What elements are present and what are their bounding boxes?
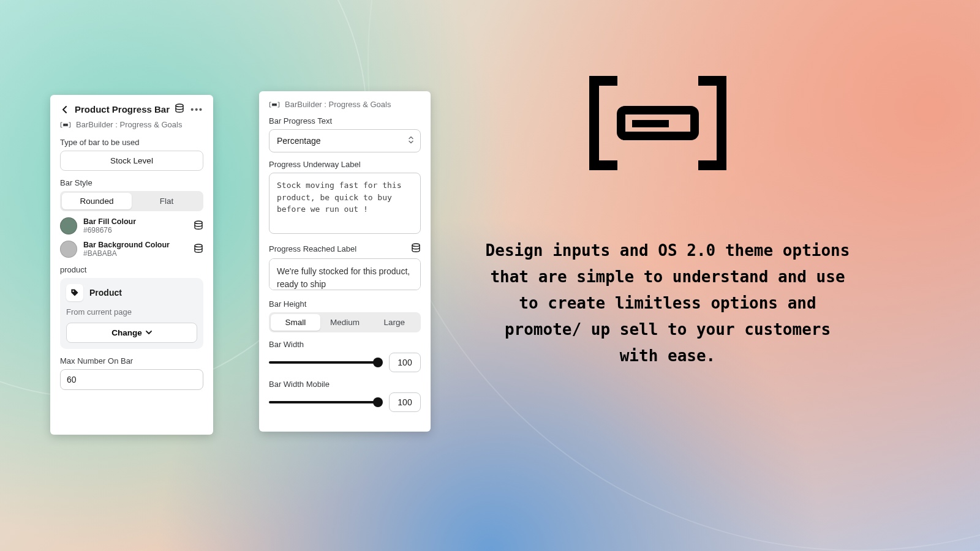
app-breadcrumb: BarBuilder : Progress & Goals — [60, 120, 203, 129]
svg-rect-2 — [64, 124, 67, 125]
panel-progress-goals: BarBuilder : Progress & Goals Bar Progre… — [259, 91, 431, 432]
bar-height-small[interactable]: Small — [271, 314, 320, 331]
bg-color-name: Bar Background Colour — [83, 241, 187, 249]
bar-width-mobile-value[interactable]: 100 — [389, 392, 421, 412]
app-breadcrumb: BarBuilder : Progress & Goals — [269, 100, 421, 109]
svg-point-5 — [72, 290, 74, 291]
style-label: Bar Style — [60, 178, 203, 187]
database-icon[interactable] — [194, 220, 203, 232]
back-icon[interactable] — [60, 105, 70, 114]
bar-progress-text-select[interactable]: Percentage — [269, 129, 421, 152]
ptext-label: Bar Progress Text — [269, 116, 421, 126]
bar-type-selector[interactable]: Stock Level — [60, 151, 203, 171]
max-label: Max Number On Bar — [60, 356, 203, 365]
svg-point-4 — [195, 244, 202, 247]
svg-point-8 — [412, 244, 420, 246]
bar-width-value[interactable]: 100 — [389, 353, 421, 372]
app-breadcrumb-text: BarBuilder : Progress & Goals — [76, 120, 182, 129]
svg-rect-7 — [273, 104, 276, 105]
svg-rect-10 — [632, 120, 669, 127]
product-label: product — [60, 265, 203, 274]
change-label: Change — [111, 328, 142, 337]
fill-color-hex: #698676 — [83, 226, 187, 234]
type-label: Type of bar to be used — [60, 138, 203, 147]
product-subtext: From current page — [66, 307, 197, 317]
bar-height-medium[interactable]: Medium — [320, 314, 370, 331]
bar-style-segmented: Rounded Flat — [60, 191, 203, 211]
database-icon[interactable] — [411, 243, 421, 255]
bar-style-flat[interactable]: Flat — [132, 193, 202, 209]
panel-product-progress: Product Progress Bar ••• BarBuilder : Pr… — [50, 95, 213, 435]
panel-title: Product Progress Bar — [75, 104, 170, 114]
bar-bg-color-row[interactable]: Bar Background Colour #BABABA — [60, 241, 203, 258]
width-label: Bar Width — [269, 340, 421, 349]
ptext-value: Percentage — [277, 136, 321, 146]
select-caret-icon — [408, 136, 414, 146]
underway-label: Progress Underway Label — [269, 160, 421, 169]
app-logo-icon — [60, 121, 71, 129]
app-logo-icon — [269, 101, 280, 108]
product-icon — [66, 284, 83, 301]
database-icon[interactable] — [194, 244, 203, 255]
bg-color-hex: #BABABA — [83, 249, 187, 258]
fill-color-name: Bar Fill Colour — [83, 217, 187, 226]
svg-point-3 — [195, 221, 202, 223]
more-icon[interactable]: ••• — [190, 105, 203, 114]
chevron-down-icon — [146, 331, 152, 335]
fill-swatch[interactable] — [60, 217, 77, 234]
change-button[interactable]: Change — [66, 323, 197, 343]
bar-height-large[interactable]: Large — [369, 314, 419, 331]
marketing-copy: Design inputs and OS 2.0 theme options t… — [484, 238, 851, 369]
reached-label: Progress Reached Label — [269, 244, 356, 253]
product-source-block: Product From current page Change — [60, 278, 203, 349]
bar-width-mobile-slider[interactable] — [269, 397, 380, 408]
bg-swatch[interactable] — [60, 241, 77, 258]
max-number-input[interactable] — [60, 369, 203, 390]
brand-logo-icon — [589, 76, 726, 173]
bar-width-slider[interactable] — [269, 357, 380, 368]
reached-textarea[interactable] — [269, 258, 421, 290]
bar-fill-color-row[interactable]: Bar Fill Colour #698676 — [60, 217, 203, 234]
width-m-label: Bar Width Mobile — [269, 380, 421, 389]
bar-height-segmented: Small Medium Large — [269, 312, 421, 332]
height-label: Bar Height — [269, 299, 421, 309]
bar-style-rounded[interactable]: Rounded — [62, 193, 132, 209]
database-icon[interactable] — [175, 103, 184, 115]
underway-textarea[interactable] — [269, 173, 421, 234]
product-title: Product — [89, 288, 122, 298]
svg-point-0 — [176, 104, 183, 107]
app-breadcrumb-text: BarBuilder : Progress & Goals — [285, 100, 391, 109]
